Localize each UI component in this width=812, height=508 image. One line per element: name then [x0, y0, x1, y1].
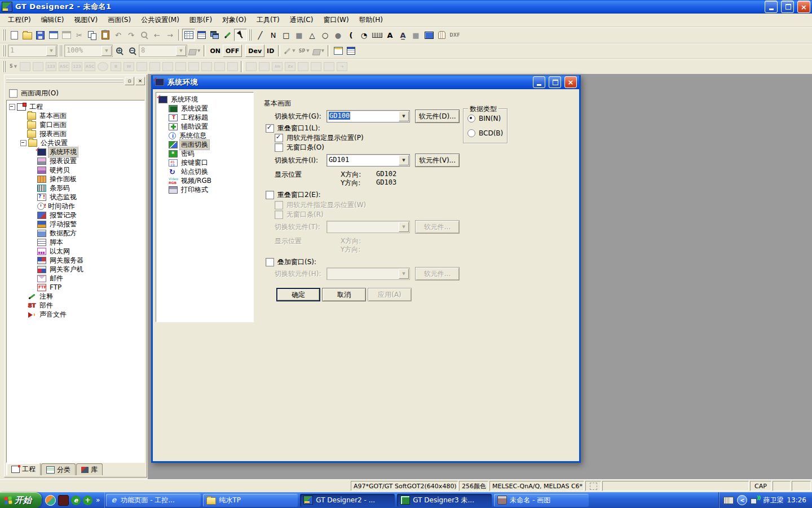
dialog-tree-key-window[interactable]: 按键窗口: [156, 158, 253, 167]
layer-button[interactable]: [208, 29, 221, 41]
dialog-close-button[interactable]: ×: [564, 76, 577, 88]
paint-tool[interactable]: A̲: [396, 29, 409, 41]
menu-screen[interactable]: 画面(S): [103, 14, 136, 27]
toolbar-grip[interactable]: [248, 29, 252, 41]
menu-view[interactable]: 视图(V): [69, 14, 103, 27]
tree-item-barcode[interactable]: 条形码: [7, 183, 144, 192]
task-gt-designer2[interactable]: GT Designer2 - ...: [300, 494, 395, 507]
menu-communication[interactable]: 通讯(C): [285, 14, 319, 27]
rect-tool[interactable]: □: [280, 29, 293, 41]
line-tool[interactable]: ╱: [254, 29, 267, 41]
ellipse-tool[interactable]: ○: [319, 29, 332, 41]
tree-item-recipe[interactable]: 数据配方: [7, 229, 144, 238]
tab-library[interactable]: 库: [76, 463, 103, 475]
fill-tool[interactable]: ■: [409, 29, 422, 41]
data-browser-button[interactable]: [345, 45, 358, 57]
tree-item-status-observation[interactable]: 状态监视: [7, 192, 144, 202]
filled-ellipse-tool[interactable]: ●: [332, 29, 345, 41]
tree-item-report-screen[interactable]: 报表画面: [7, 129, 144, 138]
bin-radio[interactable]: BIN(N): [467, 115, 501, 122]
collapse-icon[interactable]: [9, 104, 15, 110]
w1-no-window-bar-checkbox[interactable]: 无窗口条(O): [275, 143, 324, 152]
tree-item-common-settings[interactable]: 公共设置: [7, 138, 144, 147]
tree-item-alarm-history[interactable]: 报警记录: [7, 211, 144, 220]
restore-button[interactable]: [781, 1, 794, 13]
menu-help[interactable]: 帮助(H): [354, 14, 388, 27]
ok-button[interactable]: 确定: [276, 288, 320, 301]
network-tray-icon[interactable]: [751, 497, 760, 504]
data-view-button[interactable]: [195, 29, 208, 41]
select-mode-button[interactable]: [234, 29, 247, 41]
scale-tool[interactable]: [370, 29, 383, 41]
toolbar-grip[interactable]: [2, 29, 6, 41]
browser-360-icon[interactable]: [45, 495, 56, 506]
filled-rect-tool[interactable]: ■: [293, 29, 306, 41]
quick-launch-app-icon[interactable]: [58, 495, 69, 506]
dialog-tree-station-switching[interactable]: 站点切换: [156, 167, 253, 176]
tree-item-project[interactable]: 工程: [7, 102, 144, 111]
tree-item-comment[interactable]: 注释: [7, 292, 144, 301]
dialog-tree-system-settings[interactable]: 系统设置: [156, 104, 253, 113]
dialog-tree-password[interactable]: 密码: [156, 149, 253, 158]
start-button[interactable]: 开始: [0, 492, 42, 508]
new-button[interactable]: [8, 29, 21, 41]
screen-image-button[interactable]: [47, 29, 60, 41]
screen-tool[interactable]: [422, 29, 435, 41]
tree-item-system-environment[interactable]: 系统环境: [7, 147, 144, 156]
id-display-button[interactable]: ID: [264, 45, 276, 56]
polyline-tool[interactable]: N: [267, 29, 280, 41]
w1-specify-position-checkbox[interactable]: 用软元件指定显示位置(P): [275, 133, 364, 143]
dialog-maximize-button[interactable]: [549, 76, 561, 88]
text-tool[interactable]: A: [383, 29, 396, 41]
paste-button[interactable]: [99, 29, 112, 41]
device-d-button[interactable]: 软元件(D)...: [415, 110, 460, 123]
zoom-out-button[interactable]: −: [126, 45, 139, 57]
task-pure-water-folder[interactable]: 纯水TP: [203, 494, 298, 507]
dialog-tree-print-format[interactable]: 打印格式: [156, 185, 253, 194]
copy-button[interactable]: [86, 29, 99, 41]
tree-item-window-screen[interactable]: 窗口画面: [7, 120, 144, 129]
tab-category[interactable]: 分类: [41, 463, 76, 475]
menu-figure[interactable]: 图形(F): [184, 14, 217, 27]
tree-item-gateway-client[interactable]: 网关客户机: [7, 265, 144, 274]
bcd-radio[interactable]: BCD(B): [467, 129, 503, 137]
menu-common[interactable]: 公共设置(M): [136, 14, 184, 27]
task-paint[interactable]: 未命名 - 画图: [494, 494, 589, 507]
tree-item-base-screen[interactable]: 基本画面: [7, 111, 144, 120]
device-on-button[interactable]: ON: [208, 45, 223, 56]
dialog-tree-auxiliary-settings[interactable]: 辅助设置: [156, 122, 253, 131]
switch-device-g-combo[interactable]: GD100▼: [326, 110, 410, 122]
close-button[interactable]: ×: [797, 1, 810, 13]
tree-item-parts[interactable]: 部件: [7, 301, 144, 310]
cancel-button[interactable]: 取消: [322, 288, 366, 301]
panel-drag-grip[interactable]: [6, 78, 123, 83]
device-display-button[interactable]: Dev: [245, 45, 264, 57]
dialog-tree-system-environment[interactable]: 系统环境: [156, 95, 253, 104]
task-gt-designer3[interactable]: GT Designer3 未...: [397, 494, 492, 507]
comment-pen-button[interactable]: [221, 29, 234, 41]
sector-tool[interactable]: ◔: [358, 29, 370, 41]
switch-device-i-combo[interactable]: GD101▼: [326, 154, 410, 167]
menu-window[interactable]: 窗口(W): [318, 14, 354, 27]
tree-item-mail[interactable]: 邮件: [7, 274, 144, 283]
tree-item-hardcopy[interactable]: 硬拷贝: [7, 165, 144, 174]
superimpose-window-checkbox[interactable]: 叠加窗口(S):: [266, 257, 316, 267]
keyboard-tray-icon[interactable]: [723, 497, 734, 504]
collapse-icon[interactable]: [20, 140, 27, 146]
screen-call-checkbox[interactable]: [9, 89, 17, 98]
toolbar-grip[interactable]: [2, 61, 6, 72]
tree-item-gateway-server[interactable]: 网关服务器: [7, 256, 144, 265]
tab-project[interactable]: 工程: [6, 463, 41, 475]
arc-tool[interactable]: (: [345, 29, 358, 41]
tree-item-ftp[interactable]: FTP: [7, 283, 144, 292]
dialog-minimize-button[interactable]: [533, 76, 545, 88]
tree-item-operation-panel[interactable]: 操作面板: [7, 174, 144, 183]
dialog-tree-project-title[interactable]: 工程标题: [156, 113, 253, 122]
tree-item-ethernet[interactable]: 以太网: [7, 247, 144, 256]
toolbar-grip[interactable]: [59, 45, 63, 56]
panel-close-button[interactable]: ×: [135, 77, 145, 85]
dialog-tree-video-rgb[interactable]: 视频/RGB: [156, 176, 253, 185]
panel-float-button[interactable]: ▫: [125, 77, 134, 85]
minimize-button[interactable]: [765, 1, 778, 13]
menu-tools[interactable]: 工具(T): [251, 14, 285, 27]
